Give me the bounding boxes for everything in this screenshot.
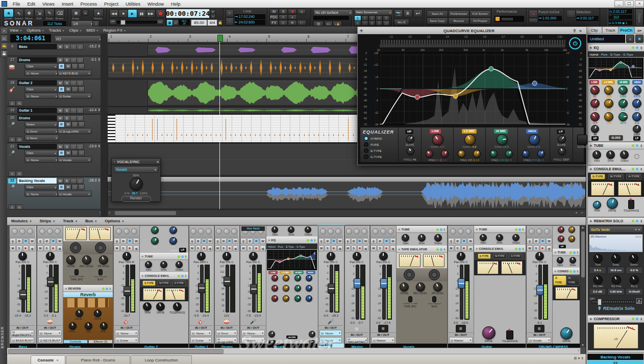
tube-knobs-input-knob[interactable]	[480, 234, 487, 241]
send-knob-level[interactable]	[354, 228, 360, 235]
band-chip-lomid[interactable]: LO MID	[462, 129, 477, 134]
pan-knob[interactable]	[535, 252, 544, 261]
pc-eq-knob[interactable]	[604, 112, 613, 121]
lock-button[interactable]: ●🔒	[333, 21, 342, 27]
console-emul-header[interactable]: ❖CONSOLE EMUL⇕	[140, 272, 188, 279]
pc-console-trim-knob[interactable]	[593, 201, 601, 209]
switch-toggle[interactable]	[98, 269, 103, 275]
io-dropdown-0[interactable]: ⊡ Master▾	[371, 337, 395, 343]
collapse-icon[interactable]: ⇕	[443, 248, 445, 251]
rematrix-time-knobs-stereo-knob[interactable]	[629, 254, 638, 263]
tool-smart-button[interactable]: ★	[4, 9, 14, 17]
track-row-21[interactable]: 21VocalsMS●▸I-23.9 ⇕🎤Clips▾RW✕A⊡ -None-▾…	[7, 143, 108, 177]
fader-slot[interactable]	[49, 265, 53, 313]
pc-eq-mode-e-type[interactable]: · E-Type	[609, 53, 621, 56]
module-power-led[interactable]	[636, 220, 638, 222]
track-read-button[interactable]: R	[58, 121, 65, 127]
track-node-button[interactable]: N	[16, 100, 23, 106]
drywet-slider[interactable]	[592, 300, 635, 303]
collapse-icon[interactable]: ⇕	[314, 239, 316, 242]
fx-button[interactable]: FX	[269, 20, 279, 25]
metronome-button[interactable]: 🔔	[217, 19, 223, 26]
send-knob-pan[interactable]	[544, 228, 550, 235]
send-knob-level[interactable]	[536, 228, 542, 235]
track-mute-button[interactable]: M	[57, 115, 64, 121]
strip-arm-button[interactable]	[384, 245, 390, 251]
fader-slot[interactable]	[538, 265, 542, 320]
strip-sends[interactable]: Vox Verb	[240, 226, 266, 238]
channel-strip-C[interactable]: ⚲ØRWMS◂)Pan 0% C60-6-12-18-24-36-600.0-1…	[448, 225, 526, 356]
menu-file[interactable]: File	[9, 2, 24, 7]
send-knob-level[interactable]	[224, 228, 230, 235]
track-name[interactable]: Guitar 1	[17, 108, 57, 113]
track-write-button[interactable]: W	[65, 86, 71, 92]
menu-help[interactable]: Help	[167, 2, 184, 7]
console-type-a-type[interactable]: A-TYPE	[172, 280, 186, 286]
console-menu-track[interactable]: Track▾	[59, 219, 81, 223]
track-solo-button[interactable]: S	[63, 178, 70, 184]
pc-eq-knob[interactable]	[604, 99, 613, 108]
strip-mute-button[interactable]: M	[10, 245, 16, 251]
strip-arm-button[interactable]	[227, 245, 233, 251]
time-marker-button[interactable]: •	[210, 14, 216, 19]
mini-eq-knob[interactable]	[558, 226, 564, 233]
lp-chip[interactable]: LP	[556, 129, 565, 135]
tube-knobs-drive-knob[interactable]	[418, 234, 426, 242]
pc-eq-chip-himid[interactable]: HI MID	[617, 80, 630, 85]
collapse-icon[interactable]: ⇕	[185, 255, 187, 258]
collapse-icon[interactable]: ⇕	[522, 228, 524, 231]
fader-slot[interactable]	[356, 265, 359, 320]
fader-slot[interactable]	[330, 265, 333, 313]
tool-edit-button[interactable]: ⇲	[34, 9, 44, 17]
eq-module-header[interactable]: ❖EQ⇕	[266, 237, 317, 244]
view-tab-console[interactable]: Console×	[31, 355, 65, 364]
track-dropdown-clips[interactable]: Clips▾	[24, 63, 58, 69]
tube-knobs-drive-knob[interactable]	[288, 226, 294, 233]
console-type-s-type[interactable]: S-TYPE	[142, 280, 156, 286]
collapse-icon[interactable]: ⇕	[109, 287, 111, 290]
undo-button[interactable]: ↩	[413, 9, 423, 17]
track-name[interactable]: Drums	[17, 115, 57, 121]
goto-start-button[interactable]: ⏮	[109, 19, 116, 25]
tape-switch-1[interactable]: Over / NormalBIAS	[428, 296, 441, 308]
track-solo-button[interactable]: S	[63, 144, 70, 150]
drywet-handle[interactable]	[598, 299, 602, 305]
strip-sends[interactable]	[448, 226, 474, 238]
module-power-led[interactable]	[181, 275, 184, 277]
folder-icon[interactable]: 🗀	[1, 35, 8, 42]
fader-slot[interactable]	[126, 265, 129, 313]
pan-knob[interactable]	[327, 252, 335, 261]
reverb-module-header[interactable]: ❖REVERB⇕	[63, 285, 113, 292]
loop-marker-button[interactable]: ⌷	[226, 17, 234, 25]
strip-input-echo-button[interactable]: ⚲	[10, 238, 16, 244]
track-node-button[interactable]: N	[16, 137, 23, 142]
send-knob-level[interactable]	[328, 228, 334, 235]
tab-track[interactable]: Track	[602, 27, 618, 34]
reverb-knobs-top-lowb-knob[interactable]	[76, 309, 83, 317]
pc-eq-lp-chip[interactable]: LP	[633, 136, 640, 141]
send-knob-post[interactable]	[190, 228, 196, 235]
pc-eq-mode-hybrid[interactable]: Hybrid	[589, 53, 598, 56]
mini-eq-knob[interactable]	[558, 236, 564, 242]
rewind-button[interactable]: ◀◀	[109, 9, 119, 18]
pc-eq-knob[interactable]	[294, 285, 301, 292]
rematrix-eq-knobs-eq-freq-knob[interactable]	[612, 275, 621, 284]
track-write-button[interactable]: W	[65, 184, 71, 190]
console-menu-options[interactable]: Options▾	[101, 219, 128, 223]
pc-tube-drive-knob[interactable]	[606, 150, 615, 159]
track-fx-bypass-button[interactable]: ✕	[71, 184, 78, 190]
switch-toggle[interactable]	[432, 296, 436, 302]
track-mute-button[interactable]: M	[57, 57, 64, 63]
switch-toggle[interactable]	[75, 269, 79, 275]
send-knob-pan[interactable]	[55, 228, 61, 235]
pc-mini-eq-knob[interactable]	[169, 226, 177, 234]
pc-eq-knob[interactable]	[306, 275, 312, 281]
vocalsync-target-dropdown[interactable]: Vocals▾	[114, 166, 158, 173]
fader-slot[interactable]	[21, 265, 25, 313]
track-mute-button[interactable]: M	[57, 80, 64, 86]
io-dropdown-1[interactable]: ⊡ BASS BUS▾	[11, 337, 34, 343]
track-automation-button[interactable]: ≡	[9, 100, 16, 106]
console-type-a-type[interactable]: A-TYPE	[509, 253, 522, 259]
track-dropdown-clips[interactable]: Clips▾	[24, 86, 58, 92]
strip-mute-button[interactable]: M	[114, 245, 120, 251]
